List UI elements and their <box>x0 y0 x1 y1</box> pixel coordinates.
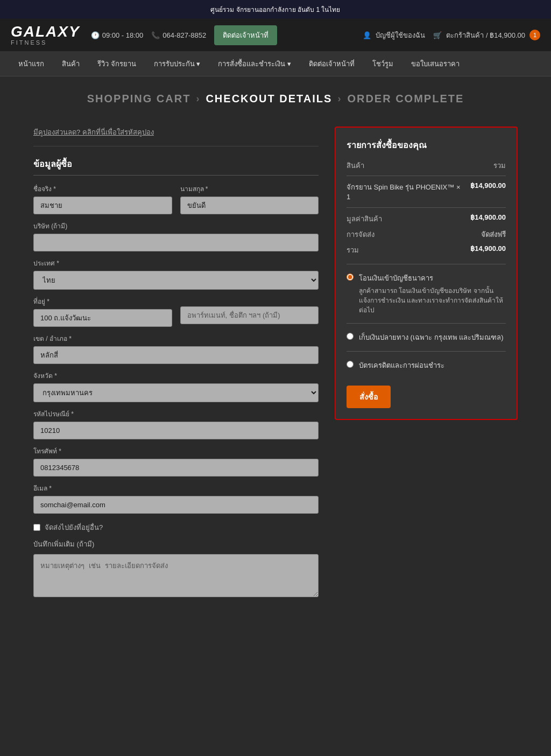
logo[interactable]: GALAXY FITNESS <box>11 24 80 46</box>
country-select[interactable]: ไทย <box>33 271 319 290</box>
subtotal-label: มูลค่าสินค้า <box>347 213 382 225</box>
name-row: ชื่อจริง * นามสกุล * <box>33 184 319 214</box>
header-right: 👤 บัญชีผู้ใช้ของฉัน 🛒 ตะกร้าสินค้า / ฿14… <box>363 30 540 41</box>
province-label: จังหวัด * <box>33 370 319 381</box>
last-name-label: นามสกุล * <box>180 184 319 194</box>
logo-text: GALAXY <box>11 24 80 39</box>
email-input[interactable] <box>33 496 319 514</box>
cart-count: 1 <box>529 30 540 40</box>
company-group: บริษัท (ถ้ามี) <box>33 221 319 251</box>
breadcrumb: SHOPPING CART › CHECKOUT DETAILS › ORDER… <box>11 93 540 105</box>
payment-credit-label: บัตรเครดิตและการผ่อนชำระ <box>359 360 444 371</box>
province-select[interactable]: กรุงเทพมหานคร <box>33 383 319 402</box>
payment-bank-label: โอนเงินเข้าบัญชีธนาคาร <box>359 272 506 284</box>
phone-group: โทรศัพท์ * <box>33 446 319 477</box>
postal-row: รหัสไปรษณีย์ * <box>33 409 319 439</box>
order-table-header: สินค้า รวม <box>347 160 506 176</box>
cart-button[interactable]: 🛒 ตะกร้าสินค้า / ฿14,900.00 1 <box>433 30 540 41</box>
postal-label: รหัสไปรษณีย์ * <box>33 409 319 419</box>
clock-icon: 🕐 <box>91 31 100 39</box>
phone-input[interactable] <box>33 459 319 477</box>
subtotal-row: มูลค่าสินค้า ฿14,900.00 <box>347 213 506 225</box>
address1-group: ที่อยู่ * <box>33 296 172 327</box>
postal-input[interactable] <box>33 422 319 439</box>
payment-divider <box>347 264 506 264</box>
nav-products[interactable]: สินค้า <box>54 52 87 76</box>
country-label: ประเทศ * <box>33 258 319 268</box>
country-row: ประเทศ * ไทย <box>33 258 319 290</box>
first-name-input[interactable] <box>33 197 172 214</box>
district-row: เขต / อำเภอ * <box>33 333 319 364</box>
navigation: หน้าแรก สินค้า รีวิว จักรยาน การรับประกั… <box>0 52 551 76</box>
payment-radio-cod[interactable] <box>347 333 354 340</box>
breadcrumb-cart[interactable]: SHOPPING CART <box>87 93 191 105</box>
nav-home[interactable]: หน้าแรก <box>11 52 52 76</box>
account-link[interactable]: 👤 บัญชีผู้ใช้ของฉัน <box>363 30 425 41</box>
cart-icon: 🛒 <box>433 31 442 39</box>
total-header: รวม <box>493 160 506 171</box>
payment-radio-bank[interactable] <box>347 274 354 281</box>
different-shipping-checkbox[interactable] <box>33 524 40 531</box>
different-shipping-row: จัดส่งไปยังที่อยู่อื่น? <box>33 522 319 533</box>
phone-row: โทรศัพท์ * <box>33 446 319 477</box>
payment-bank-details: โอนเงินเข้าบัญชีธนาคาร ลูกค้าสามารถ โอนเ… <box>359 272 506 315</box>
main-content: มีคูปองส่วนลด? คลิกที่นี่เพื่อใส่รหัสคูป… <box>17 116 534 620</box>
phone-icon: 📞 <box>151 31 160 39</box>
total-value: ฿14,900.00 <box>470 244 506 256</box>
total-row: รวม ฿14,900.00 <box>347 244 506 256</box>
order-button[interactable]: สั่งซื้อ <box>347 386 391 408</box>
shipping-value: จัดส่งฟรี <box>481 229 506 240</box>
total-label: รวม <box>347 244 359 256</box>
breadcrumb-complete[interactable]: ORDER COMPLETE <box>347 93 464 105</box>
nav-warranty[interactable]: การรับประกัน ▾ <box>146 52 208 76</box>
payment-radio-credit[interactable] <box>347 361 354 368</box>
header-hours: 🕐 09:00 - 18:00 <box>91 31 144 39</box>
last-name-input[interactable] <box>180 197 319 214</box>
district-group: เขต / อำเภอ * <box>33 333 319 364</box>
breadcrumb-sep-1: › <box>196 93 200 104</box>
address2-group <box>180 296 319 327</box>
district-input[interactable] <box>33 346 319 364</box>
phone-label: โทรศัพท์ * <box>33 446 319 456</box>
email-row: อีเมล * <box>33 483 319 514</box>
address2-input[interactable] <box>180 306 319 324</box>
company-label: บริษัท (ถ้ามี) <box>33 221 319 231</box>
header: GALAXY FITNESS 🕐 09:00 - 18:00 📞 064-827… <box>0 19 551 52</box>
breadcrumb-checkout[interactable]: CHECKOUT DETAILS <box>206 93 332 105</box>
logo-sub: FITNESS <box>11 39 47 46</box>
header-phone: 📞 064-827-8852 <box>151 31 206 39</box>
nav-quote[interactable]: ขอใบเสนอราคา <box>404 52 467 76</box>
address1-input[interactable] <box>33 309 172 327</box>
shipping-label: การจัดส่ง <box>347 229 375 240</box>
breadcrumb-sep-2: › <box>337 93 342 104</box>
postal-group: รหัสไปรษณีย์ * <box>33 409 319 439</box>
address-row: ที่อยู่ * <box>33 296 319 327</box>
district-label: เขต / อำเภอ * <box>33 333 319 344</box>
company-input[interactable] <box>33 234 319 251</box>
payment-option-bank: โอนเงินเข้าบัญชีธนาคาร ลูกค้าสามารถ โอนเ… <box>347 272 506 315</box>
contact-button[interactable]: ติดต่อเจ้าหน้าที่ <box>214 25 277 45</box>
coupon-link[interactable]: มีคูปองส่วนลด? คลิกที่นี่เพื่อใส่รหัสคูป… <box>33 127 319 138</box>
notes-group: บันทึกเพิ่มเติม (ถ้ามี) <box>33 538 319 599</box>
checkout-form: มีคูปองส่วนลด? คลิกที่นี่เพื่อใส่รหัสคูป… <box>33 127 319 599</box>
order-item-name: จักรยาน Spin Bike รุ่น PHOENIX™ × 1 <box>347 181 470 201</box>
payment-divider-2 <box>347 323 506 324</box>
province-group: จังหวัด * กรุงเทพมหานคร <box>33 370 319 402</box>
email-group: อีเมล * <box>33 483 319 514</box>
notes-label: บันทึกเพิ่มเติม (ถ้ามี) <box>33 538 319 550</box>
last-name-group: นามสกุล * <box>180 184 319 214</box>
order-totals: มูลค่าสินค้า ฿14,900.00 การจัดส่ง จัดส่ง… <box>347 207 506 256</box>
notes-textarea[interactable] <box>33 554 319 597</box>
payment-cod-label: เก็บเงินปลายทาง (เฉพาะ กรุงเทพ และปริมณฑ… <box>359 332 504 343</box>
country-group: ประเทศ * ไทย <box>33 258 319 290</box>
payment-bank-desc: ลูกค้าสามารถ โอนเงินเข้าบัญชีของบริษัท จ… <box>359 286 506 315</box>
nav-orders[interactable]: การสั่งซื้อและชำระเงิน ▾ <box>210 52 299 76</box>
different-shipping-label: จัดส่งไปยังที่อยู่อื่น? <box>45 522 103 533</box>
email-label: อีเมล * <box>33 483 319 493</box>
first-name-label: ชื่อจริง * <box>33 184 172 194</box>
nav-reviews[interactable]: รีวิว จักรยาน <box>90 52 144 76</box>
subtotal-value: ฿14,900.00 <box>470 213 506 225</box>
nav-showroom[interactable]: โชว์รูม <box>365 52 401 76</box>
payment-divider-3 <box>347 351 506 352</box>
nav-contact[interactable]: ติดต่อเจ้าหน้าที่ <box>301 52 362 76</box>
